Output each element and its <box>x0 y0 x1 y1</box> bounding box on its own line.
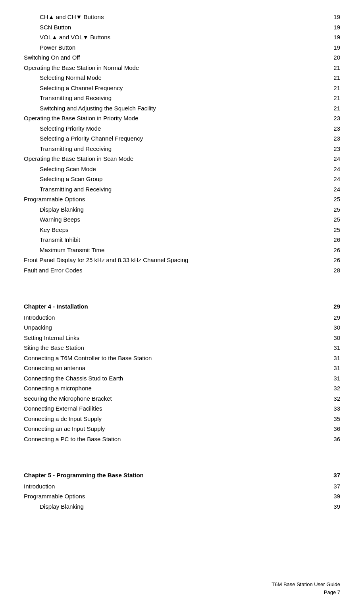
toc-title: Transmitting and Receiving <box>40 184 328 195</box>
toc-page: 29 <box>328 313 340 323</box>
list-item: SCN Button 19 <box>24 22 340 33</box>
toc-title: VOL▲ and VOL▼ Buttons <box>40 32 328 42</box>
toc-page: 32 <box>328 383 340 394</box>
toc-page: 37 <box>328 481 340 492</box>
page-content: CH▲ and CH▼ Buttons 19 SCN Button 19 VOL… <box>0 0 364 543</box>
toc-title: Transmitting and Receiving <box>40 144 328 154</box>
list-item: Front Panel Display for 25 kHz and 8.33 … <box>24 255 340 265</box>
toc-title: Operating the Base Station in Scan Mode <box>24 154 328 164</box>
list-item: Programmable Options 25 <box>24 194 340 205</box>
list-item: Key Beeps 25 <box>24 225 340 235</box>
toc-title: Selecting a Channel Frequency <box>40 83 328 93</box>
toc-title: Warning Beeps <box>40 214 328 225</box>
toc-page: 24 <box>328 154 340 164</box>
toc-page: 24 <box>328 164 340 174</box>
toc-page: 26 <box>328 235 340 245</box>
list-item: Display Blanking 25 <box>24 205 340 215</box>
list-item: Transmitting and Receiving 23 <box>24 144 340 154</box>
toc-page: 28 <box>328 265 340 276</box>
toc-title: Unpacking <box>24 322 328 333</box>
toc-page: 21 <box>328 93 340 103</box>
chapter4-title: Chapter 4 - Installation <box>24 301 328 312</box>
toc-title: Connecting a T6M Controller to the Base … <box>24 353 328 363</box>
toc-page: 31 <box>328 353 340 363</box>
list-item: Fault and Error Codes 28 <box>24 265 340 276</box>
toc-title: Setting Internal Links <box>24 333 328 343</box>
footer-line2: Page 7 <box>213 589 340 596</box>
list-item: Power Button 19 <box>24 42 340 53</box>
toc-title: Switching and Adjusting the Squelch Faci… <box>40 103 328 114</box>
toc-title: Operating the Base Station in Priority M… <box>24 113 328 124</box>
list-item: Selecting Priority Mode 23 <box>24 124 340 134</box>
toc-page: 39 <box>328 491 340 502</box>
toc-page: 21 <box>328 73 340 83</box>
toc-title: Maximum Transmit Time <box>40 245 328 255</box>
toc-title: Connecting External Facilities <box>24 403 328 414</box>
list-item: Siting the Base Station 31 <box>24 343 340 353</box>
toc-page: 21 <box>328 103 340 114</box>
chapter4-page: 29 <box>328 301 340 312</box>
toc-page: 35 <box>328 414 340 424</box>
toc-title: SCN Button <box>40 22 328 33</box>
toc-title: CH▲ and CH▼ Buttons <box>40 12 328 22</box>
toc-title: Connecting the Chassis Stud to Earth <box>24 373 328 384</box>
list-item: Programmable Options 39 <box>24 491 340 502</box>
list-item: Connecting an ac Input Supply 36 <box>24 424 340 434</box>
list-item: Operating the Base Station in Scan Mode … <box>24 154 340 164</box>
list-item: Securing the Microphone Bracket 32 <box>24 394 340 404</box>
toc-page: 20 <box>328 52 340 63</box>
list-item: Display Blanking 39 <box>24 502 340 512</box>
list-item: Connecting a PC to the Base Station 36 <box>24 434 340 444</box>
toc-section-top: CH▲ and CH▼ Buttons 19 SCN Button 19 VOL… <box>24 12 340 275</box>
list-item: Selecting Normal Mode 21 <box>24 73 340 83</box>
toc-page: 30 <box>328 333 340 343</box>
list-item: Connecting an antenna 31 <box>24 363 340 373</box>
list-item: Connecting a dc Input Supply 35 <box>24 414 340 424</box>
toc-page: 21 <box>328 63 340 73</box>
list-item: VOL▲ and VOL▼ Buttons 19 <box>24 32 340 42</box>
list-item: Selecting a Priority Channel Frequency 2… <box>24 133 340 144</box>
toc-title: Selecting Normal Mode <box>40 73 328 83</box>
toc-title: Connecting an antenna <box>24 363 328 373</box>
list-item: Connecting a T6M Controller to the Base … <box>24 353 340 363</box>
toc-title: Transmitting and Receiving <box>40 93 328 103</box>
chapter5-section: Chapter 5 - Programming the Base Station… <box>24 470 340 511</box>
list-item: Introduction 37 <box>24 481 340 492</box>
chapter4-section: Chapter 4 - Installation 29 Introduction… <box>24 301 340 444</box>
list-item: Introduction 29 <box>24 313 340 323</box>
toc-title: Programmable Options <box>24 491 328 502</box>
list-item: Connecting a microphone 32 <box>24 383 340 394</box>
list-item: Selecting a Channel Frequency 21 <box>24 83 340 93</box>
page-footer: T6M Base Station User Guide Page 7 <box>213 578 340 596</box>
toc-title: Introduction <box>24 313 328 323</box>
toc-title: Front Panel Display for 25 kHz and 8.33 … <box>24 255 328 265</box>
toc-title: Connecting an ac Input Supply <box>24 424 328 434</box>
list-item: Selecting a Scan Group 24 <box>24 174 340 184</box>
toc-page: 26 <box>328 245 340 255</box>
list-item: Unpacking 30 <box>24 322 340 333</box>
toc-page: 32 <box>328 394 340 404</box>
list-item: Connecting the Chassis Stud to Earth 31 <box>24 373 340 384</box>
list-item: Maximum Transmit Time 26 <box>24 245 340 255</box>
toc-title: Selecting a Scan Group <box>40 174 328 184</box>
list-item: Transmitting and Receiving 24 <box>24 184 340 195</box>
toc-title: Connecting a dc Input Supply <box>24 414 328 424</box>
toc-title: Introduction <box>24 481 328 492</box>
toc-page: 31 <box>328 363 340 373</box>
toc-page: 36 <box>328 424 340 434</box>
toc-title: Programmable Options <box>24 194 328 205</box>
toc-page: 24 <box>328 174 340 184</box>
list-item: Selecting Scan Mode 24 <box>24 164 340 174</box>
list-item: Transmit Inhibit 26 <box>24 235 340 245</box>
list-item: Operating the Base Station in Normal Mod… <box>24 63 340 73</box>
list-item: Connecting External Facilities 33 <box>24 403 340 414</box>
toc-title: Key Beeps <box>40 225 328 235</box>
toc-page: 19 <box>328 42 340 53</box>
toc-page: 31 <box>328 343 340 353</box>
toc-page: 23 <box>328 124 340 134</box>
toc-title: Connecting a PC to the Base Station <box>24 434 328 444</box>
list-item: Setting Internal Links 30 <box>24 333 340 343</box>
chapter5-page: 37 <box>328 470 340 480</box>
chapter5-heading: Chapter 5 - Programming the Base Station… <box>24 470 340 480</box>
toc-page: 19 <box>328 12 340 22</box>
